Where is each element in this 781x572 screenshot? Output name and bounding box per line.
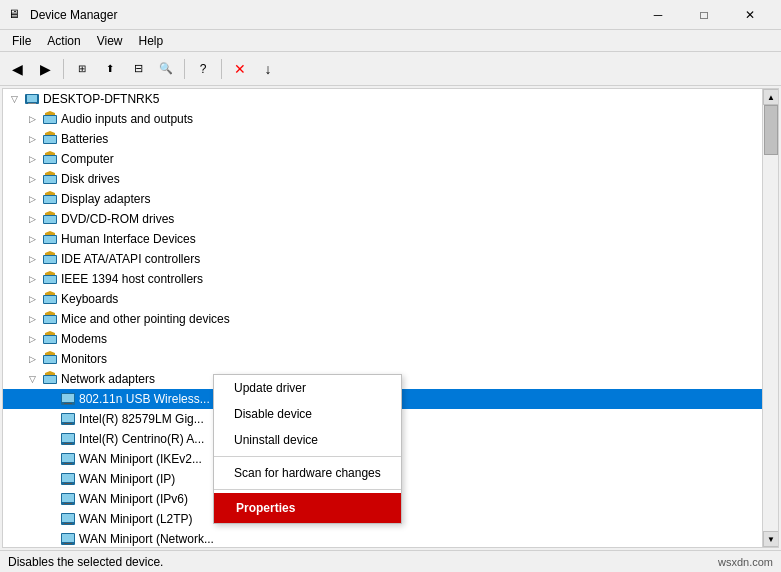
node-icon-1 bbox=[42, 131, 58, 147]
svg-rect-13 bbox=[44, 176, 56, 183]
tree-item-11[interactable]: ▷ Modems bbox=[3, 329, 762, 349]
tree-item-1[interactable]: ▷ Batteries bbox=[3, 129, 762, 149]
tree-item-6[interactable]: ▷ Human Interface Devices bbox=[3, 229, 762, 249]
svg-rect-67 bbox=[62, 534, 74, 542]
node-icon-18 bbox=[60, 471, 76, 487]
menu-action[interactable]: Action bbox=[39, 32, 88, 50]
node-icon-11 bbox=[42, 331, 58, 347]
ctx-item-6[interactable]: Properties bbox=[214, 493, 401, 523]
tree-item-4[interactable]: ▷ Display adapters bbox=[3, 189, 762, 209]
svg-marker-35 bbox=[45, 311, 55, 315]
status-right: wsxdn.com bbox=[718, 556, 773, 568]
scroll-up-button[interactable]: ▲ bbox=[763, 89, 779, 105]
tree-item-2[interactable]: ▷ Computer bbox=[3, 149, 762, 169]
node-icon-21 bbox=[60, 531, 76, 547]
svg-marker-5 bbox=[45, 111, 55, 115]
menu-file[interactable]: File bbox=[4, 32, 39, 50]
expand-btn-9[interactable]: ▷ bbox=[25, 292, 39, 306]
menu-help[interactable]: Help bbox=[131, 32, 172, 50]
tree-panel: ▽ DESKTOP-DFTNRK5 ▷ Audio inputs and out… bbox=[2, 88, 779, 548]
toolbar-separator-1 bbox=[63, 59, 64, 79]
remove-button[interactable]: ✕ bbox=[227, 56, 253, 82]
expand-btn-11[interactable]: ▷ bbox=[25, 332, 39, 346]
tree-item-21[interactable]: WAN Miniport (Network... bbox=[3, 529, 762, 547]
scroll-down-button[interactable]: ▼ bbox=[763, 531, 779, 547]
tree-item-5[interactable]: ▷ DVD/CD-ROM drives bbox=[3, 209, 762, 229]
svg-marker-29 bbox=[45, 271, 55, 275]
node-icon-5 bbox=[42, 211, 58, 227]
ctx-item-1[interactable]: Disable device bbox=[214, 401, 401, 427]
expand-btn-8[interactable]: ▷ bbox=[25, 272, 39, 286]
tree-item-8[interactable]: ▷ IEEE 1394 host controllers bbox=[3, 269, 762, 289]
expand-btn-10[interactable]: ▷ bbox=[25, 312, 39, 326]
title-bar: 🖥 Device Manager ─ □ ✕ bbox=[0, 0, 781, 30]
node-label-13: Network adapters bbox=[61, 372, 155, 386]
back-button[interactable]: ◀ bbox=[4, 56, 30, 82]
tree-root-node[interactable]: ▽ DESKTOP-DFTNRK5 bbox=[3, 89, 762, 109]
ctx-item-4[interactable]: Scan for hardware changes bbox=[214, 460, 401, 486]
svg-marker-38 bbox=[45, 331, 55, 335]
expand-btn-2[interactable]: ▷ bbox=[25, 152, 39, 166]
node-label-21: WAN Miniport (Network... bbox=[79, 532, 214, 546]
uninstall-toolbar-button[interactable]: ⊟ bbox=[125, 56, 151, 82]
tree-item-10[interactable]: ▷ Mice and other pointing devices bbox=[3, 309, 762, 329]
node-icon-9 bbox=[42, 291, 58, 307]
scrollbar[interactable]: ▲ ▼ bbox=[762, 89, 778, 547]
node-icon-0 bbox=[42, 111, 58, 127]
node-label-17: WAN Miniport (IKEv2... bbox=[79, 452, 202, 466]
tree-item-7[interactable]: ▷ IDE ATA/ATAPI controllers bbox=[3, 249, 762, 269]
window-title: Device Manager bbox=[30, 8, 635, 22]
expand-btn-12[interactable]: ▷ bbox=[25, 352, 39, 366]
node-label-20: WAN Miniport (L2TP) bbox=[79, 512, 193, 526]
expand-btn-13[interactable]: ▽ bbox=[25, 372, 39, 386]
maximize-button[interactable]: □ bbox=[681, 0, 727, 30]
svg-rect-59 bbox=[64, 483, 72, 484]
tree-item-12[interactable]: ▷ Monitors bbox=[3, 349, 762, 369]
minimize-button[interactable]: ─ bbox=[635, 0, 681, 30]
svg-rect-28 bbox=[44, 276, 56, 283]
svg-rect-1 bbox=[27, 95, 37, 102]
scrollbar-track bbox=[763, 105, 778, 531]
expand-btn-7[interactable]: ▷ bbox=[25, 252, 39, 266]
svg-rect-49 bbox=[62, 414, 74, 422]
node-icon-17 bbox=[60, 451, 76, 467]
expand-btn-0[interactable]: ▷ bbox=[25, 112, 39, 126]
expand-btn-4[interactable]: ▷ bbox=[25, 192, 39, 206]
close-button[interactable]: ✕ bbox=[727, 0, 773, 30]
svg-rect-16 bbox=[44, 196, 56, 203]
tree-item-9[interactable]: ▷ Keyboards bbox=[3, 289, 762, 309]
tree-item-3[interactable]: ▷ Disk drives bbox=[3, 169, 762, 189]
expand-btn-6[interactable]: ▷ bbox=[25, 232, 39, 246]
node-label-3: Disk drives bbox=[61, 172, 120, 186]
status-text: Disables the selected device. bbox=[8, 555, 718, 569]
svg-rect-68 bbox=[64, 543, 72, 544]
ctx-item-0[interactable]: Update driver bbox=[214, 375, 401, 401]
node-icon-19 bbox=[60, 491, 76, 507]
expand-btn-3[interactable]: ▷ bbox=[25, 172, 39, 186]
tree-item-0[interactable]: ▷ Audio inputs and outputs bbox=[3, 109, 762, 129]
svg-rect-65 bbox=[64, 523, 72, 524]
svg-rect-62 bbox=[64, 503, 72, 504]
expand-btn-5[interactable]: ▷ bbox=[25, 212, 39, 226]
root-expand[interactable]: ▽ bbox=[7, 92, 21, 106]
expand-btn-1[interactable]: ▷ bbox=[25, 132, 39, 146]
root-icon bbox=[24, 91, 40, 107]
svg-marker-8 bbox=[45, 131, 55, 135]
svg-rect-25 bbox=[44, 256, 56, 263]
node-icon-3 bbox=[42, 171, 58, 187]
help-button[interactable]: ? bbox=[190, 56, 216, 82]
node-label-1: Batteries bbox=[61, 132, 108, 146]
forward-button[interactable]: ▶ bbox=[32, 56, 58, 82]
update-driver-toolbar-button[interactable]: ⬆ bbox=[97, 56, 123, 82]
properties-button[interactable]: ⊞ bbox=[69, 56, 95, 82]
scan-hardware-button[interactable]: 🔍 bbox=[153, 56, 179, 82]
refresh-button[interactable]: ↓ bbox=[255, 56, 281, 82]
menu-view[interactable]: View bbox=[89, 32, 131, 50]
ctx-item-2[interactable]: Uninstall device bbox=[214, 427, 401, 453]
root-label: DESKTOP-DFTNRK5 bbox=[43, 92, 159, 106]
window-controls: ─ □ ✕ bbox=[635, 0, 773, 30]
status-bar: Disables the selected device. wsxdn.com bbox=[0, 550, 781, 572]
node-icon-16 bbox=[60, 431, 76, 447]
scrollbar-thumb[interactable] bbox=[764, 105, 778, 155]
svg-rect-34 bbox=[44, 316, 56, 323]
